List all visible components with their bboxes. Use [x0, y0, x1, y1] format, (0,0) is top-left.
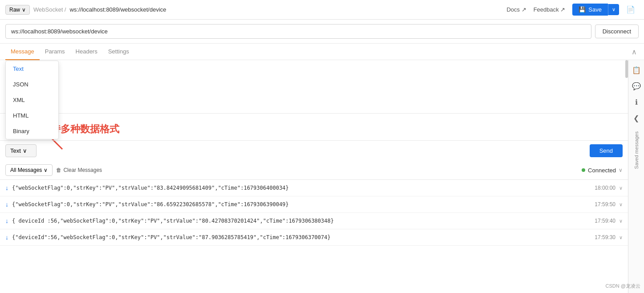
breadcrumb-path: ws://localhost:8089/websocket/device: [69, 6, 166, 13]
scrollbar-handle[interactable]: [625, 60, 628, 78]
format-dropdown-icon: ∨: [23, 147, 27, 154]
message-content-text: { deviceId :56,"webSocketFlag":0,"strKey…: [12, 218, 591, 224]
raw-label: Raw: [9, 7, 20, 13]
tab-settings[interactable]: Settings: [103, 44, 135, 60]
sidebar-chat-icon[interactable]: 💬: [630, 80, 643, 92]
message-editor: 1 模拟发送数据: [0, 60, 628, 114]
message-direction-icon: ↓: [5, 217, 8, 224]
message-direction-icon: ↓: [5, 201, 8, 208]
all-messages-label: All Messages: [10, 167, 42, 173]
document-icon: 📄: [626, 6, 635, 13]
message-direction-icon: ↓: [5, 184, 8, 191]
message-expand-button[interactable]: ∨: [619, 218, 623, 224]
format-dropdown-menu: Text JSON XML HTML Binary: [5, 61, 59, 139]
table-row: ↓ { deviceId :56,"webSocketFlag":0,"strK…: [0, 213, 628, 229]
clear-messages-button[interactable]: 🗑 Clear Messages: [56, 167, 102, 173]
format-option-binary[interactable]: Binary: [6, 123, 58, 139]
disconnect-button[interactable]: Disconnect: [595, 24, 639, 38]
format-send-bar: Text ∨ Send: [0, 140, 628, 161]
clear-messages-label: Clear Messages: [63, 167, 102, 173]
message-expand-button[interactable]: ∨: [619, 202, 623, 208]
url-bar: Disconnect: [0, 20, 644, 44]
trash-icon: 🗑: [56, 167, 61, 173]
saved-messages-label[interactable]: Saved messages: [634, 128, 639, 172]
send-button[interactable]: Send: [590, 144, 623, 157]
feedback-link[interactable]: Feedback ↗: [534, 6, 566, 13]
save-button[interactable]: 💾 Save: [572, 4, 608, 16]
message-content-text: {"webSocketFlag":0,"strKey":"PV","strVal…: [12, 201, 591, 208]
save-label: Save: [588, 6, 602, 13]
message-content[interactable]: 模拟发送数据: [18, 64, 623, 73]
watermark: CSDN @龙凌云: [606, 283, 640, 289]
topbar: Raw ∨ WebSocket / ws://localhost:8089/we…: [0, 0, 644, 20]
table-row: ↓ {"webSocketFlag":0,"strKey":"PV","strV…: [0, 180, 628, 196]
message-timestamp: 17:59:40: [595, 218, 615, 224]
message-direction-icon: ↓: [5, 234, 8, 241]
document-icon-button[interactable]: 📄: [623, 4, 639, 16]
message-timestamp: 18:00:00: [595, 185, 615, 191]
main-content: 1 模拟发送数据 支持多种数据格式: [0, 60, 644, 293]
format-option-json[interactable]: JSON: [6, 77, 58, 92]
messages-area: ↓ {"webSocketFlag":0,"strKey":"PV","strV…: [0, 180, 628, 293]
message-timestamp: 17:59:50: [595, 201, 615, 208]
tabs: Message Params Headers Settings ∧: [0, 44, 644, 60]
save-arrow-icon: ∨: [612, 7, 615, 12]
url-input[interactable]: [5, 24, 591, 39]
annotation-text: 支持多种数据格式: [41, 122, 623, 136]
format-option-text[interactable]: Text: [6, 61, 58, 77]
connected-dot: [582, 168, 585, 172]
message-expand-button[interactable]: ∨: [619, 235, 623, 240]
tab-params[interactable]: Params: [40, 44, 70, 60]
docs-label: Docs ↗: [506, 6, 526, 13]
sidebar-document-icon[interactable]: 📋: [630, 64, 643, 76]
message-timestamp: 17:59:30: [595, 234, 615, 240]
format-bar-wrapper: Text ∨ Send Text JSON XML HTML Binary: [0, 140, 628, 161]
table-row: ↓ {"deviceId":56,"webSocketFlag":0,"strK…: [0, 229, 628, 246]
docs-link[interactable]: Docs ↗: [506, 6, 526, 13]
send-label: Send: [599, 147, 613, 154]
message-content-text: {"webSocketFlag":0,"strKey":"PV","strVal…: [12, 185, 591, 191]
collapse-button[interactable]: ∧: [630, 46, 639, 58]
message-content-text: {"deviceId":56,"webSocketFlag":0,"strKey…: [12, 234, 591, 240]
raw-button[interactable]: Raw ∨: [5, 5, 30, 15]
table-row: ↓ {"webSocketFlag":0,"strKey":"PV","strV…: [0, 196, 628, 213]
collapse-icon: ∧: [632, 48, 637, 56]
disconnect-label: Disconnect: [603, 28, 631, 35]
all-messages-arrow: ∨: [44, 167, 48, 173]
tab-message[interactable]: Message: [5, 44, 40, 60]
tab-headers[interactable]: Headers: [70, 44, 103, 60]
format-option-xml[interactable]: XML: [6, 92, 58, 108]
left-panel: 1 模拟发送数据 支持多种数据格式: [0, 60, 628, 293]
raw-dropdown-icon: ∨: [22, 7, 26, 13]
sidebar-collapse-icon[interactable]: ❮: [630, 112, 643, 124]
annotation-area: 支持多种数据格式: [0, 114, 628, 140]
save-dropdown-button[interactable]: ∨: [608, 4, 619, 15]
sidebar-info-icon[interactable]: ℹ: [630, 96, 643, 108]
messages-toolbar: All Messages ∨ 🗑 Clear Messages Connecte…: [0, 161, 628, 180]
feedback-label: Feedback ↗: [534, 6, 566, 13]
status-expand-button[interactable]: ∨: [619, 167, 623, 173]
all-messages-button[interactable]: All Messages ∨: [5, 164, 53, 176]
format-dropdown-button[interactable]: Text ∨: [5, 144, 37, 157]
message-expand-button[interactable]: ∨: [619, 185, 623, 191]
save-icon: 💾: [579, 6, 586, 13]
connected-label: Connected: [588, 167, 616, 174]
connection-status: Connected ∨: [582, 167, 623, 174]
format-selected-label: Text: [10, 147, 21, 154]
breadcrumb-separator: WebSocket /: [33, 6, 66, 13]
right-sidebar: 📋 💬 ℹ ❮ Saved messages: [628, 60, 644, 293]
format-option-html[interactable]: HTML: [6, 108, 58, 123]
